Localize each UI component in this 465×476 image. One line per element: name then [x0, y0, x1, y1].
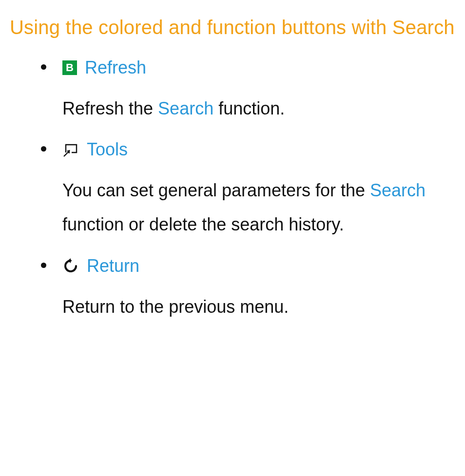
- document-page: Using the colored and function buttons w…: [0, 0, 465, 476]
- desc-text: Return to the previous menu.: [62, 297, 289, 317]
- item-header: Return: [62, 256, 455, 276]
- desc-text: Refresh the: [62, 98, 158, 118]
- item-description: Return to the previous menu.: [62, 290, 455, 324]
- return-icon: [62, 258, 79, 274]
- item-title: Return: [87, 256, 139, 276]
- list-item: Tools You can set general parameters for…: [41, 139, 455, 242]
- desc-text: function or delete the search history.: [62, 214, 344, 234]
- keyword-search: Search: [158, 98, 213, 118]
- tools-icon: [62, 141, 79, 158]
- item-title: Refresh: [85, 57, 146, 78]
- keyword-search: Search: [370, 180, 426, 200]
- section-heading: Using the colored and function buttons w…: [10, 12, 455, 43]
- desc-text: function.: [213, 98, 285, 118]
- desc-text: You can set general parameters for the: [62, 180, 370, 200]
- b-button-icon: B: [62, 60, 77, 75]
- item-header: Tools: [62, 139, 455, 160]
- list-item: Return Return to the previous menu.: [41, 256, 455, 324]
- button-list: B Refresh Refresh the Search function.: [10, 57, 455, 324]
- item-title: Tools: [87, 139, 128, 160]
- list-item: B Refresh Refresh the Search function.: [41, 57, 455, 126]
- item-description: You can set general parameters for the S…: [62, 173, 455, 242]
- item-description: Refresh the Search function.: [62, 92, 455, 126]
- item-header: B Refresh: [62, 57, 455, 78]
